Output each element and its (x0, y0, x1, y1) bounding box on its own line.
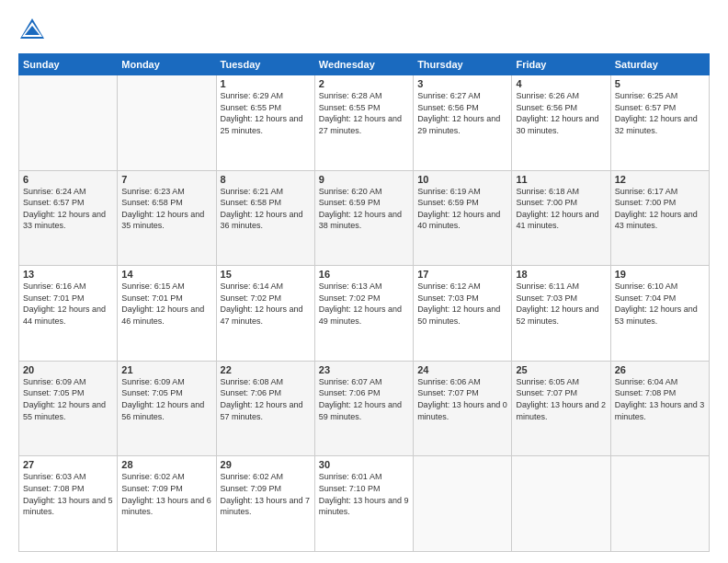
cell-info: Sunrise: 6:20 AM Sunset: 6:59 PM Dayligh… (319, 186, 409, 232)
day-number: 6 (23, 174, 113, 185)
cell-info: Sunrise: 6:02 AM Sunset: 7:09 PM Dayligh… (121, 471, 211, 517)
day-number: 9 (319, 174, 409, 185)
calendar-cell: 9Sunrise: 6:20 AM Sunset: 6:59 PM Daylig… (314, 170, 413, 266)
cell-info: Sunrise: 6:29 AM Sunset: 6:55 PM Dayligh… (221, 90, 311, 136)
calendar-cell: 12Sunrise: 6:17 AM Sunset: 7:00 PM Dayli… (610, 170, 709, 266)
cell-info: Sunrise: 6:15 AM Sunset: 7:01 PM Dayligh… (121, 281, 211, 327)
day-number: 30 (319, 459, 409, 470)
cell-info: Sunrise: 6:06 AM Sunset: 7:07 PM Dayligh… (417, 376, 507, 422)
week-row-2: 6Sunrise: 6:24 AM Sunset: 6:57 PM Daylig… (19, 170, 710, 266)
cell-info: Sunrise: 6:28 AM Sunset: 6:55 PM Dayligh… (319, 90, 409, 136)
day-number: 28 (121, 459, 211, 470)
calendar-cell: 17Sunrise: 6:12 AM Sunset: 7:03 PM Dayli… (414, 266, 512, 362)
calendar-cell: 2Sunrise: 6:28 AM Sunset: 6:55 PM Daylig… (314, 75, 413, 171)
calendar-cell: 26Sunrise: 6:04 AM Sunset: 7:08 PM Dayli… (610, 361, 709, 456)
day-number: 18 (516, 269, 606, 280)
cell-info: Sunrise: 6:16 AM Sunset: 7:01 PM Dayligh… (23, 281, 113, 327)
day-number: 14 (121, 269, 211, 280)
cell-info: Sunrise: 6:13 AM Sunset: 7:02 PM Dayligh… (319, 281, 409, 327)
week-row-4: 20Sunrise: 6:09 AM Sunset: 7:05 PM Dayli… (19, 361, 710, 456)
cell-info: Sunrise: 6:19 AM Sunset: 6:59 PM Dayligh… (417, 186, 507, 232)
day-number: 7 (121, 174, 211, 185)
day-number: 13 (23, 269, 113, 280)
calendar-cell: 20Sunrise: 6:09 AM Sunset: 7:05 PM Dayli… (19, 361, 118, 456)
day-number: 19 (615, 269, 705, 280)
cell-info: Sunrise: 6:21 AM Sunset: 6:58 PM Dayligh… (221, 186, 311, 232)
calendar-cell: 8Sunrise: 6:21 AM Sunset: 6:58 PM Daylig… (216, 170, 314, 266)
header-row: SundayMondayTuesdayWednesdayThursdayFrid… (19, 54, 710, 75)
calendar-cell: 19Sunrise: 6:10 AM Sunset: 7:04 PM Dayli… (610, 266, 709, 362)
cell-info: Sunrise: 6:05 AM Sunset: 7:07 PM Dayligh… (516, 376, 606, 422)
cell-info: Sunrise: 6:17 AM Sunset: 7:00 PM Dayligh… (615, 186, 705, 232)
day-number: 16 (319, 269, 409, 280)
calendar-cell: 29Sunrise: 6:02 AM Sunset: 7:09 PM Dayli… (216, 456, 314, 552)
header (18, 17, 710, 44)
day-header-sunday: Sunday (19, 54, 118, 75)
cell-info: Sunrise: 6:02 AM Sunset: 7:09 PM Dayligh… (221, 471, 311, 517)
day-number: 12 (615, 174, 705, 185)
cell-info: Sunrise: 6:12 AM Sunset: 7:03 PM Dayligh… (417, 281, 507, 327)
day-number: 22 (221, 364, 311, 375)
day-number: 10 (417, 174, 507, 185)
calendar-cell: 30Sunrise: 6:01 AM Sunset: 7:10 PM Dayli… (314, 456, 413, 552)
week-row-5: 27Sunrise: 6:03 AM Sunset: 7:08 PM Dayli… (19, 456, 710, 552)
calendar-cell: 27Sunrise: 6:03 AM Sunset: 7:08 PM Dayli… (19, 456, 118, 552)
calendar-cell (19, 75, 118, 171)
calendar-cell: 4Sunrise: 6:26 AM Sunset: 6:56 PM Daylig… (512, 75, 610, 171)
day-number: 15 (221, 269, 311, 280)
day-number: 3 (417, 78, 507, 89)
calendar-cell: 11Sunrise: 6:18 AM Sunset: 7:00 PM Dayli… (512, 170, 610, 266)
cell-info: Sunrise: 6:18 AM Sunset: 7:00 PM Dayligh… (516, 186, 606, 232)
cell-info: Sunrise: 6:10 AM Sunset: 7:04 PM Dayligh… (615, 281, 705, 327)
day-number: 1 (221, 78, 311, 89)
day-number: 25 (516, 364, 606, 375)
week-row-1: 1Sunrise: 6:29 AM Sunset: 6:55 PM Daylig… (19, 75, 710, 171)
day-number: 24 (417, 364, 507, 375)
calendar-cell: 7Sunrise: 6:23 AM Sunset: 6:58 PM Daylig… (118, 170, 216, 266)
cell-info: Sunrise: 6:24 AM Sunset: 6:57 PM Dayligh… (23, 186, 113, 232)
calendar-cell: 22Sunrise: 6:08 AM Sunset: 7:06 PM Dayli… (216, 361, 314, 456)
calendar-cell: 23Sunrise: 6:07 AM Sunset: 7:06 PM Dayli… (314, 361, 413, 456)
calendar-cell (512, 456, 610, 552)
cell-info: Sunrise: 6:09 AM Sunset: 7:05 PM Dayligh… (121, 376, 211, 422)
cell-info: Sunrise: 6:26 AM Sunset: 6:56 PM Dayligh… (516, 90, 606, 136)
cell-info: Sunrise: 6:07 AM Sunset: 7:06 PM Dayligh… (319, 376, 409, 422)
day-number: 23 (319, 364, 409, 375)
logo (18, 17, 50, 44)
day-number: 17 (417, 269, 507, 280)
day-header-tuesday: Tuesday (216, 54, 314, 75)
day-number: 29 (221, 459, 311, 470)
page: SundayMondayTuesdayWednesdayThursdayFrid… (0, 0, 728, 563)
calendar-cell: 1Sunrise: 6:29 AM Sunset: 6:55 PM Daylig… (216, 75, 314, 171)
cell-info: Sunrise: 6:27 AM Sunset: 6:56 PM Dayligh… (417, 90, 507, 136)
calendar-cell: 13Sunrise: 6:16 AM Sunset: 7:01 PM Dayli… (19, 266, 118, 362)
calendar-cell: 10Sunrise: 6:19 AM Sunset: 6:59 PM Dayli… (414, 170, 512, 266)
calendar-cell: 16Sunrise: 6:13 AM Sunset: 7:02 PM Dayli… (314, 266, 413, 362)
cell-info: Sunrise: 6:01 AM Sunset: 7:10 PM Dayligh… (319, 471, 409, 517)
cell-info: Sunrise: 6:11 AM Sunset: 7:03 PM Dayligh… (516, 281, 606, 327)
day-header-wednesday: Wednesday (314, 54, 413, 75)
day-number: 26 (615, 364, 705, 375)
cell-info: Sunrise: 6:23 AM Sunset: 6:58 PM Dayligh… (121, 186, 211, 232)
day-header-friday: Friday (512, 54, 610, 75)
calendar-cell: 21Sunrise: 6:09 AM Sunset: 7:05 PM Dayli… (118, 361, 216, 456)
calendar-cell (414, 456, 512, 552)
cell-info: Sunrise: 6:04 AM Sunset: 7:08 PM Dayligh… (615, 376, 705, 422)
logo-icon (18, 17, 46, 44)
day-number: 11 (516, 174, 606, 185)
cell-info: Sunrise: 6:09 AM Sunset: 7:05 PM Dayligh… (23, 376, 113, 422)
calendar-cell (610, 456, 709, 552)
calendar-cell: 15Sunrise: 6:14 AM Sunset: 7:02 PM Dayli… (216, 266, 314, 362)
day-number: 27 (23, 459, 113, 470)
day-header-saturday: Saturday (610, 54, 709, 75)
day-number: 4 (516, 78, 606, 89)
calendar-cell: 18Sunrise: 6:11 AM Sunset: 7:03 PM Dayli… (512, 266, 610, 362)
day-number: 8 (221, 174, 311, 185)
cell-info: Sunrise: 6:03 AM Sunset: 7:08 PM Dayligh… (23, 471, 113, 517)
calendar-cell (118, 75, 216, 171)
cell-info: Sunrise: 6:08 AM Sunset: 7:06 PM Dayligh… (221, 376, 311, 422)
day-header-thursday: Thursday (414, 54, 512, 75)
calendar-cell: 28Sunrise: 6:02 AM Sunset: 7:09 PM Dayli… (118, 456, 216, 552)
day-number: 20 (23, 364, 113, 375)
calendar-cell: 6Sunrise: 6:24 AM Sunset: 6:57 PM Daylig… (19, 170, 118, 266)
